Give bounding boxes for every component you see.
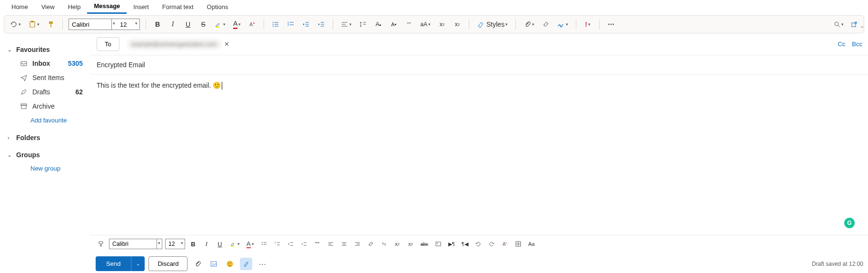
recipient-pill[interactable]: example@someorganization.com xyxy=(127,39,221,50)
cc-button[interactable]: Cc xyxy=(838,40,845,48)
change-case-button[interactable]: aA▾ xyxy=(418,18,433,31)
tab-view[interactable]: View xyxy=(35,0,61,13)
unlink-button[interactable] xyxy=(379,238,389,250)
increase-indent-button[interactable] xyxy=(299,238,309,250)
italic-button[interactable]: I xyxy=(167,18,178,31)
lower-font-size-selector[interactable]: ▾ xyxy=(165,239,185,249)
subject-input[interactable] xyxy=(97,59,862,71)
quote-button[interactable]: ”” xyxy=(403,18,414,31)
sidebar-item-drafts[interactable]: Drafts 62 xyxy=(4,85,87,99)
groups-header[interactable]: ⌄ Groups xyxy=(4,148,87,162)
lower-font-name-input[interactable] xyxy=(109,239,157,249)
format-painter-button[interactable] xyxy=(96,238,106,250)
favourites-header[interactable]: ⌄ Favourites xyxy=(4,43,87,56)
separator xyxy=(576,19,576,30)
number-list-button[interactable]: 1 xyxy=(272,238,283,250)
bold-button[interactable]: B xyxy=(152,18,163,31)
undo-button[interactable] xyxy=(473,238,483,250)
emoji-button[interactable] xyxy=(224,258,236,270)
tab-insert[interactable]: Insert xyxy=(127,0,156,13)
folders-header[interactable]: › Folders xyxy=(4,131,87,144)
attach-button[interactable]: ▾ xyxy=(522,18,536,31)
text-size-button[interactable]: Aa xyxy=(526,238,537,250)
font-color-button[interactable]: A▾ xyxy=(231,18,243,31)
subscript-button[interactable]: x2 xyxy=(436,18,448,31)
bullet-list-button[interactable] xyxy=(270,18,281,31)
superscript-button[interactable]: x2 xyxy=(452,18,463,31)
underline-button[interactable]: U xyxy=(215,238,225,250)
decrease-font-button[interactable]: A▾ xyxy=(388,18,399,31)
ltr-button[interactable]: ▶¶ xyxy=(446,238,457,250)
quote-button[interactable]: ”” xyxy=(312,238,323,250)
styles-button[interactable]: Styles▾ xyxy=(475,18,510,31)
tab-help[interactable]: Help xyxy=(61,0,88,13)
increase-indent-button[interactable] xyxy=(316,18,327,31)
redo-button[interactable] xyxy=(486,238,497,250)
clear-format-button[interactable]: A xyxy=(247,18,258,31)
highlight-button[interactable]: ▾ xyxy=(213,18,227,31)
format-painter-button[interactable] xyxy=(45,18,57,31)
number-list-button[interactable]: 12 xyxy=(285,18,296,31)
add-favourite-link[interactable]: Add favourite xyxy=(4,113,87,127)
lower-font-size-input[interactable] xyxy=(166,239,180,249)
undo-button[interactable]: ▾ xyxy=(8,18,23,31)
bold-button[interactable]: B xyxy=(188,238,198,250)
align-button[interactable]: ▾ xyxy=(339,18,354,31)
attach-button[interactable] xyxy=(191,258,204,270)
to-button[interactable]: To xyxy=(97,37,119,51)
zoom-button[interactable]: ▾ xyxy=(832,18,846,31)
highlight-button[interactable]: ▾ xyxy=(228,238,242,250)
inbox-icon xyxy=(20,60,28,67)
strikethrough-button[interactable]: S xyxy=(197,18,209,31)
align-left-button[interactable] xyxy=(326,238,336,250)
increase-font-button[interactable]: A▴ xyxy=(373,18,384,31)
sidebar-item-archive[interactable]: Archive xyxy=(4,99,87,113)
underline-button[interactable]: U xyxy=(182,18,194,31)
signature-button[interactable]: ▾ xyxy=(555,18,570,31)
sidebar-item-sent[interactable]: Sent Items xyxy=(4,71,87,85)
italic-button[interactable]: I xyxy=(201,238,212,250)
subject-row xyxy=(91,55,868,75)
table-button[interactable] xyxy=(513,238,523,250)
send-button[interactable]: Send xyxy=(96,256,131,271)
font-size-input[interactable] xyxy=(117,19,134,30)
collapse-ribbon-button[interactable]: ⌄ xyxy=(856,21,868,31)
superscript-button[interactable]: x2 xyxy=(392,238,403,250)
lower-font-selector[interactable]: ▾ xyxy=(109,239,162,249)
bullet-list-button[interactable] xyxy=(259,238,269,250)
tab-options[interactable]: Options xyxy=(200,0,235,13)
tab-home[interactable]: Home xyxy=(5,0,35,13)
paste-button[interactable]: ▾ xyxy=(27,18,41,31)
insert-picture-button[interactable] xyxy=(207,258,220,270)
email-body[interactable]: This is the text for the encrypted email… xyxy=(91,75,868,235)
font-color-button[interactable]: A▾ xyxy=(245,238,256,250)
link-button[interactable] xyxy=(365,238,376,250)
decrease-indent-button[interactable] xyxy=(286,238,296,250)
tab-format-text[interactable]: Format text xyxy=(156,0,200,13)
bcc-button[interactable]: Bcc xyxy=(852,40,862,48)
clear-format-button[interactable]: A xyxy=(500,238,510,250)
discard-button[interactable]: Discard xyxy=(148,256,187,271)
editor-button[interactable] xyxy=(240,258,252,270)
decrease-indent-button[interactable] xyxy=(300,18,312,31)
align-center-button[interactable] xyxy=(339,238,349,250)
redo-icon xyxy=(488,241,495,247)
send-dropdown-button[interactable]: ⌄ xyxy=(131,256,145,271)
more-commands-button[interactable]: ⋯ xyxy=(605,18,617,31)
link-button[interactable] xyxy=(540,18,552,31)
more-actions-button[interactable]: ⋯ xyxy=(256,258,268,270)
importance-button[interactable]: !▾ xyxy=(582,18,593,31)
align-right-button[interactable] xyxy=(352,238,363,250)
insert-picture-button[interactable] xyxy=(433,238,444,250)
remove-recipient-button[interactable]: ✕ xyxy=(224,40,229,48)
sidebar-item-inbox[interactable]: Inbox 5305 xyxy=(4,56,87,71)
subscript-button[interactable]: x2 xyxy=(405,238,416,250)
font-selector[interactable]: ▾ ▾ xyxy=(69,19,140,30)
grammarly-icon[interactable]: G xyxy=(844,218,855,228)
new-group-link[interactable]: New group xyxy=(4,162,87,175)
strikethrough-button[interactable]: abc xyxy=(419,238,430,250)
font-name-input[interactable] xyxy=(69,19,112,30)
line-spacing-button[interactable] xyxy=(357,18,369,31)
tab-message[interactable]: Message xyxy=(87,0,127,14)
rtl-button[interactable]: ¶◀ xyxy=(460,238,470,250)
